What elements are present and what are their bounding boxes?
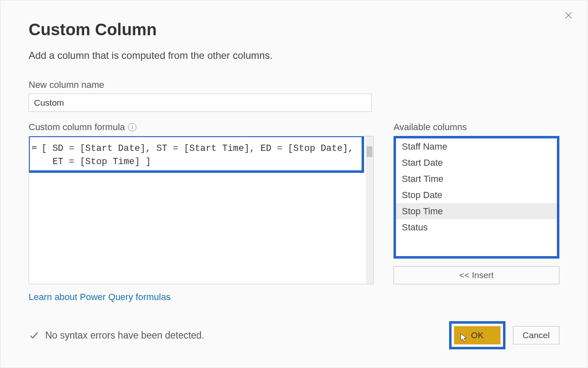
- formula-label-text: Custom column formula: [29, 122, 125, 133]
- cursor-icon: [460, 333, 468, 343]
- available-columns-list[interactable]: Staff Name Start Date Start Time Stop Da…: [394, 136, 559, 259]
- available-column-item[interactable]: Stop Time: [396, 203, 557, 219]
- status-text: No syntax errors have been detected.: [45, 330, 204, 341]
- ok-label: OK: [471, 330, 484, 340]
- scrollbar-thumb[interactable]: [367, 146, 372, 157]
- available-columns-section: Available columns Staff Name Start Date …: [394, 122, 559, 284]
- formula-label: Custom column formula i: [29, 122, 374, 133]
- available-column-item[interactable]: Stop Date: [396, 187, 557, 203]
- ok-button[interactable]: OK: [454, 326, 501, 344]
- dialog-footer: No syntax errors have been detected. OK …: [29, 321, 559, 349]
- formula-scrollbar[interactable]: [366, 136, 373, 284]
- cancel-button[interactable]: Cancel: [513, 326, 559, 344]
- new-column-name-label: New column name: [29, 80, 559, 90]
- available-column-item[interactable]: Start Time: [396, 171, 557, 187]
- formula-editor[interactable]: = [ SD = [Start Date], ST = [Start Time]…: [29, 136, 374, 284]
- available-column-item[interactable]: Staff Name: [396, 138, 557, 155]
- syntax-status: No syntax errors have been detected.: [29, 330, 204, 341]
- formula-text[interactable]: [ SD = [Start Date], ST = [Start Time], …: [29, 136, 373, 174]
- close-icon: [564, 11, 573, 20]
- body-row: Custom column formula i = [ SD = [Start …: [29, 122, 559, 303]
- highlight-box-ok: OK: [449, 321, 505, 349]
- close-button[interactable]: [561, 8, 576, 23]
- formula-equals: =: [32, 142, 37, 153]
- available-column-item[interactable]: Status: [396, 219, 557, 235]
- check-icon: [29, 330, 39, 341]
- new-column-name-input[interactable]: [29, 94, 372, 112]
- available-columns-wrap: Staff Name Start Date Start Time Stop Da…: [394, 136, 559, 259]
- custom-column-dialog: Custom Column Add a column that is compu…: [0, 0, 588, 368]
- learn-link[interactable]: Learn about Power Query formulas: [29, 292, 170, 303]
- info-icon[interactable]: i: [128, 123, 136, 131]
- available-column-item[interactable]: Start Date: [396, 155, 557, 171]
- insert-button[interactable]: << Insert: [394, 266, 559, 284]
- dialog-title: Custom Column: [29, 20, 559, 39]
- button-row: OK Cancel: [449, 321, 559, 349]
- dialog-subtitle: Add a column that is computed from the o…: [29, 50, 559, 61]
- available-columns-label: Available columns: [394, 122, 559, 133]
- formula-section: Custom column formula i = [ SD = [Start …: [29, 122, 374, 303]
